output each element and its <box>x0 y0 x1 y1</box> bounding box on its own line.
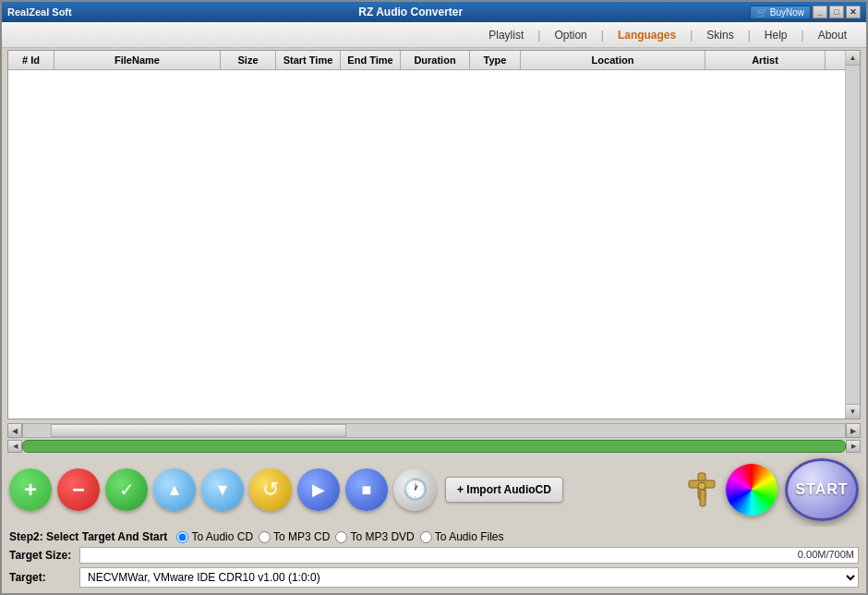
cart-icon: 🛒 <box>756 7 767 18</box>
play-icon: ▶ <box>312 480 325 500</box>
clock-icon: 🕐 <box>403 478 428 502</box>
col-header-location: Location <box>521 51 705 69</box>
table-header: # Id FileName Size Start Time End Time D… <box>8 51 845 70</box>
progress-right[interactable]: ▶ <box>846 440 861 453</box>
titlebar: RealZeal Soft RZ Audio Converter 🛒 BuyNo… <box>2 2 866 22</box>
move-up-button[interactable]: ▲ <box>153 468 196 511</box>
maximize-button[interactable]: □ <box>829 6 844 18</box>
vertical-scrollbar[interactable]: ▲ ▼ <box>845 51 860 419</box>
progress-left[interactable]: ◀ <box>7 440 22 453</box>
menubar: Playlist | Option | Languages | Skins | … <box>2 22 866 48</box>
size-value: 0.00M/700M <box>798 549 854 560</box>
clock-button[interactable]: 🕐 <box>393 468 436 511</box>
hscroll-row1: ◀ ▶ <box>7 423 861 438</box>
add-button[interactable]: + <box>9 468 52 511</box>
import-audiocd-button[interactable]: + Import AudioCD <box>445 477 563 503</box>
svg-rect-3 <box>700 490 705 506</box>
vscroll-up-button[interactable]: ▲ <box>846 51 860 66</box>
close-button[interactable]: ✕ <box>846 6 861 18</box>
vscroll-track[interactable] <box>846 66 860 404</box>
col-header-type: Type <box>470 51 521 69</box>
hscroll-left-button[interactable]: ◀ <box>7 423 22 438</box>
col-header-filename: FileName <box>54 51 221 69</box>
settings-icon[interactable] <box>685 471 718 508</box>
radio-to-audio-files[interactable]: To Audio Files <box>420 530 504 543</box>
buynow-button[interactable]: 🛒 BuyNow <box>750 6 811 19</box>
progress-track <box>22 440 846 453</box>
arrow-up-icon: ▲ <box>166 480 183 500</box>
toolbar-right: START <box>685 458 859 521</box>
target-size-label: Target Size: <box>9 549 74 562</box>
start-button[interactable]: START <box>785 458 859 521</box>
arrow-down-icon: ▼ <box>214 480 231 500</box>
vscroll-down-button[interactable]: ▼ <box>846 404 860 419</box>
app-window: RealZeal Soft RZ Audio Converter 🛒 BuyNo… <box>0 0 868 595</box>
minimize-button[interactable]: _ <box>813 6 827 18</box>
col-header-endtime: End Time <box>341 51 401 69</box>
menu-about[interactable]: About <box>808 25 857 45</box>
refresh-icon: ↺ <box>262 478 279 502</box>
hscroll-track1[interactable] <box>22 423 846 438</box>
menu-languages[interactable]: Languages <box>608 25 686 45</box>
app-title: RZ Audio Converter <box>72 6 750 18</box>
step2-row: Step2: Select Target And Start To Audio … <box>9 530 859 543</box>
menu-skins[interactable]: Skins <box>696 25 743 45</box>
minus-icon: − <box>72 477 85 503</box>
svg-point-2 <box>698 482 705 490</box>
refresh-button[interactable]: ↺ <box>249 468 292 511</box>
stop-icon: ■ <box>362 480 372 500</box>
toolbar: + − ✓ ▲ ▼ ↺ ▶ ■ 🕐 + Import AudioCD <box>2 453 866 527</box>
progress-bar-row: ◀ ▶ <box>7 440 861 453</box>
move-down-button[interactable]: ▼ <box>201 468 244 511</box>
radio-to-mp3-cd[interactable]: To MP3 CD <box>259 530 330 543</box>
check-icon: ✓ <box>119 479 135 501</box>
plus-icon: + <box>24 477 37 503</box>
stop-button[interactable]: ■ <box>345 468 388 511</box>
hscroll-thumb1[interactable] <box>51 424 346 437</box>
table-rows <box>8 70 845 419</box>
menu-playlist[interactable]: Playlist <box>478 25 534 45</box>
target-label: Target: <box>9 571 74 584</box>
file-table-wrapper: # Id FileName Size Start Time End Time D… <box>7 50 861 419</box>
play-button[interactable]: ▶ <box>297 468 340 511</box>
radio-to-mp3-dvd[interactable]: To MP3 DVD <box>335 530 414 543</box>
step2-label: Step2: Select Target And Start <box>9 530 167 543</box>
bottom-area: Step2: Select Target And Start To Audio … <box>2 527 866 593</box>
col-header-size: Size <box>221 51 276 69</box>
hscroll-right-button[interactable]: ▶ <box>846 423 861 438</box>
check-button[interactable]: ✓ <box>105 468 148 511</box>
titlebar-controls: 🛒 BuyNow _ □ ✕ <box>750 6 861 19</box>
col-header-duration: Duration <box>401 51 470 69</box>
col-header-artist: Artist <box>705 51 826 69</box>
col-header-id: # Id <box>8 51 54 69</box>
table-main: # Id FileName Size Start Time End Time D… <box>8 51 845 419</box>
target-select[interactable]: NECVMWar, VMware IDE CDR10 v1.00 (1:0:0) <box>79 567 859 588</box>
remove-button[interactable]: − <box>57 468 100 511</box>
company-name: RealZeal Soft <box>7 6 72 18</box>
radio-to-audio-cd[interactable]: To Audio CD <box>176 530 253 543</box>
target-size-row: Target Size: 0.00M/700M <box>9 547 859 564</box>
col-header-starttime: Start Time <box>276 51 341 69</box>
menu-help[interactable]: Help <box>754 25 798 45</box>
target-select-row: Target: NECVMWar, VMware IDE CDR10 v1.00… <box>9 567 859 588</box>
color-wheel <box>726 464 778 516</box>
menu-option[interactable]: Option <box>544 25 597 45</box>
size-bar: 0.00M/700M <box>79 547 859 564</box>
